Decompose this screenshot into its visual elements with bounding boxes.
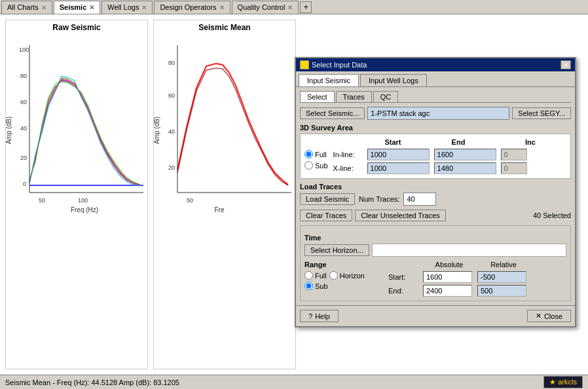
clear-unselected-button[interactable]: Clear Unselected Traces <box>355 210 445 221</box>
inner-tab-qc-label: QC <box>380 93 392 101</box>
svg-text:Fre: Fre <box>215 206 225 213</box>
tab-seismic[interactable]: Seismic ✕ <box>54 1 101 14</box>
help-icon: ? <box>308 312 312 320</box>
seismic-mean-svg: Amp (dB) 80 60 40 20 50 Fre <box>154 32 295 219</box>
add-tab-button[interactable]: + <box>300 1 312 13</box>
raw-seismic-title: Raw Seismic <box>6 20 147 32</box>
num-traces-label: Num Traces: <box>359 195 399 203</box>
inline-label: In-line: <box>333 151 366 158</box>
tab-well-logs-close[interactable]: ✕ <box>141 4 147 11</box>
raw-seismic-svg: Amp (dB) 100 80 60 40 20 0 50 100 Freq (… <box>6 32 147 219</box>
dialog-close-x-button[interactable]: ✕ <box>560 60 571 69</box>
svg-text:80: 80 <box>20 73 27 79</box>
inner-tab-select-label: Select <box>307 93 327 101</box>
end-rel-input[interactable] <box>477 285 526 297</box>
survey-area-box: Start End Inc Full Sub <box>300 134 571 179</box>
full-radio[interactable] <box>304 150 313 158</box>
end-row: End: <box>388 285 530 297</box>
svg-text:50: 50 <box>187 197 193 204</box>
inline-end-input[interactable] <box>434 149 496 160</box>
svg-text:Amp (dB): Amp (dB) <box>5 117 12 144</box>
tab-design-operators-label: Design Operators <box>160 3 216 11</box>
inner-tab-qc[interactable]: QC <box>373 91 399 102</box>
load-traces-label: Load Traces <box>300 183 571 191</box>
tab-design-operators[interactable]: Design Operators ✕ <box>154 1 230 14</box>
inline-row: In-line: <box>333 149 530 160</box>
horizon-radio[interactable] <box>329 271 338 280</box>
close-label: Close <box>544 312 562 320</box>
load-seismic-button[interactable]: Load Seismic <box>300 193 355 205</box>
select-segy-button[interactable]: Select SEGY... <box>512 107 571 119</box>
horizon-row: Select Horizon... <box>304 244 566 257</box>
select-horizon-button[interactable]: Select Horizon... <box>304 244 369 256</box>
full-sub-section: Full Sub In-line: <box>304 149 566 174</box>
tab-seismic-close[interactable]: ✕ <box>89 4 94 11</box>
tab-quality-control-close[interactable]: ✕ <box>287 4 293 11</box>
seismic-value-input[interactable]: 1-PSTM stack agc <box>367 107 509 120</box>
full-horizon-row: Full Horizon <box>304 271 383 280</box>
sub-radio[interactable] <box>304 161 313 170</box>
selected-count: 40 Selected <box>533 212 571 219</box>
sub-radio-label[interactable]: Sub <box>304 161 328 170</box>
xline-end-input[interactable] <box>434 162 496 174</box>
svg-text:60: 60 <box>20 99 27 105</box>
brand-icon: ★ <box>549 378 556 386</box>
inner-tab-select[interactable]: Select <box>300 91 335 102</box>
charts-area: Raw Seismic Amp (dB) 100 80 60 40 20 0 5… <box>0 14 301 375</box>
tab-input-seismic-label: Input Seismic <box>307 77 350 84</box>
end-abs-input[interactable] <box>423 285 472 297</box>
tab-input-well-logs[interactable]: Input Well Logs <box>360 74 427 86</box>
raw-seismic-chart: Raw Seismic Amp (dB) 100 80 60 40 20 0 5… <box>5 20 148 369</box>
full-radio2-label[interactable]: Full <box>304 271 327 280</box>
dialog-outer-tabs: Input Seismic Input Well Logs <box>296 71 575 87</box>
start-row: Start: <box>388 271 530 283</box>
num-traces-spinbox[interactable] <box>403 193 436 206</box>
svg-text:20: 20 <box>168 164 175 171</box>
brand-label: arkcls <box>558 378 577 386</box>
end-label: End: <box>388 287 421 295</box>
range-values: Absolute Relative Start: End: <box>388 261 530 297</box>
help-button[interactable]: ? Help <box>300 310 339 322</box>
range-title: Range <box>304 261 383 269</box>
svg-text:50: 50 <box>39 197 45 204</box>
start-abs-input[interactable] <box>423 271 472 283</box>
select-input-data-dialog: Select Input Data ✕ Input Seismic Input … <box>295 57 576 327</box>
time-section: Time Select Horizon... Range Full <box>300 225 571 301</box>
status-brand: ★ arkcls <box>543 376 583 388</box>
inline-start-input[interactable] <box>367 149 430 160</box>
tab-design-operators-close[interactable]: ✕ <box>219 4 225 11</box>
tab-all-charts[interactable]: All Charts ✕ <box>1 1 52 14</box>
sub-radio2-label[interactable]: Sub <box>304 282 383 290</box>
start-rel-input[interactable] <box>477 271 526 283</box>
clear-traces-row: Clear Traces Clear Unselected Traces 40 … <box>300 210 571 221</box>
select-seismic-row: Select Seismic... 1-PSTM stack agc Selec… <box>300 107 571 120</box>
horizon-radio-label[interactable]: Horizon <box>329 271 365 280</box>
seismic-mean-title: Seismic Mean <box>154 20 295 32</box>
dialog-title-bar: Select Input Data ✕ <box>296 58 575 71</box>
tab-bar: All Charts ✕ Seismic ✕ Well Logs ✕ Desig… <box>0 0 588 14</box>
svg-text:Amp (dB): Amp (dB) <box>153 117 160 144</box>
help-label: Help <box>315 312 330 320</box>
svg-text:0: 0 <box>23 181 26 187</box>
tab-all-charts-close[interactable]: ✕ <box>41 4 46 11</box>
tab-quality-control-label: Quality Control <box>238 3 285 11</box>
time-section-label: Time <box>304 234 566 242</box>
tab-input-seismic[interactable]: Input Seismic <box>299 74 359 86</box>
full-radio-label[interactable]: Full <box>304 150 328 158</box>
sub-radio2[interactable] <box>304 282 313 290</box>
tab-well-logs[interactable]: Well Logs ✕ <box>101 1 153 14</box>
tab-quality-control[interactable]: Quality Control ✕ <box>232 1 299 14</box>
xline-inc-input[interactable] <box>501 162 527 174</box>
close-button[interactable]: ✕ Close <box>527 310 571 322</box>
close-icon: ✕ <box>536 312 542 320</box>
status-text: Seismic Mean - Freq (Hz): 44.5128 Amp (d… <box>5 379 179 386</box>
full-radio2[interactable] <box>304 271 313 280</box>
clear-traces-button[interactable]: Clear Traces <box>300 210 352 221</box>
select-seismic-button[interactable]: Select Seismic... <box>300 107 365 119</box>
tab-seismic-label: Seismic <box>60 3 87 11</box>
inline-inc-input[interactable] <box>501 149 527 160</box>
svg-text:80: 80 <box>168 60 175 66</box>
inner-tab-traces[interactable]: Traces <box>336 91 372 102</box>
horizon-input[interactable] <box>372 244 566 257</box>
xline-start-input[interactable] <box>367 162 430 174</box>
